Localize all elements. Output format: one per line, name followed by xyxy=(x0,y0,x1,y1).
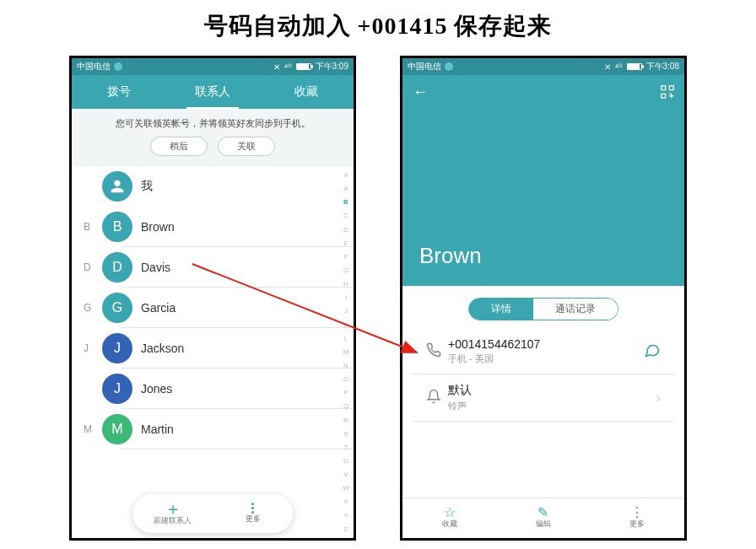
segment-call-log[interactable]: 通话记录 xyxy=(533,299,618,320)
alpha-letter[interactable]: B xyxy=(340,198,352,206)
bottom-edit-label: 编辑 xyxy=(536,519,551,530)
screen-contacts: 中国电信 ✕ ⁴ᴳ 下午3:09 拨号 联系人 收藏 您可关联领英帐号，并将领英… xyxy=(69,56,356,541)
bottom-favorite-button[interactable]: ☆ 收藏 xyxy=(402,498,496,538)
segment-control: 详情 通话记录 xyxy=(402,286,684,329)
svg-rect-0 xyxy=(662,86,666,90)
bottom-more-label: 更多 xyxy=(629,519,645,530)
globe-icon xyxy=(445,62,453,71)
phone-number: +0014154462107 xyxy=(448,337,644,351)
tab-dial[interactable]: 拨号 xyxy=(72,75,165,109)
svg-rect-1 xyxy=(669,86,673,90)
alpha-letter[interactable]: X xyxy=(340,498,352,505)
message-icon[interactable] xyxy=(644,342,661,362)
chevron-right-icon: › xyxy=(656,390,661,406)
bottom-favorite-label: 收藏 xyxy=(442,519,457,530)
section-letter: J xyxy=(84,342,102,354)
status-bar: 中国电信 ✕ ⁴ᴳ 下午3:09 xyxy=(72,58,354,75)
phone-row[interactable]: +0014154462107 手机 - 美国 xyxy=(413,329,674,374)
back-icon[interactable]: ← xyxy=(413,83,428,101)
status-bar: 中国电信 ✕ ⁴ᴳ 下午3:08 xyxy=(402,58,684,75)
alpha-letter[interactable]: L xyxy=(340,335,352,342)
list-item[interactable]: JJJackson xyxy=(72,328,354,369)
banner-later-button[interactable]: 稍后 xyxy=(150,137,208,156)
list-item[interactable]: BBBrown xyxy=(72,207,354,247)
more-label: 更多 xyxy=(246,514,261,525)
alpha-index[interactable]: #ABCDEFGHIJKLMNOPQRSTUVWXYZ xyxy=(340,171,352,533)
battery-icon xyxy=(296,63,311,70)
alpha-letter[interactable]: K xyxy=(340,321,352,329)
carrier-label: 中国电信 xyxy=(408,61,441,73)
page-heading: 号码自动加入 +001415 保存起来 xyxy=(0,0,756,56)
linkedin-banner: 您可关联领英帐号，并将领英好友同步到手机。 稍后 关联 xyxy=(72,109,354,166)
mute-icon: ✕ xyxy=(604,62,611,72)
status-time: 下午3:08 xyxy=(646,61,679,73)
bottom-bar: ☆ 收藏 ✎ 编辑 ⋮ 更多 xyxy=(402,498,684,538)
alpha-letter[interactable]: M xyxy=(340,348,352,356)
contact-name: Jackson xyxy=(141,342,345,355)
alpha-letter[interactable]: C xyxy=(340,212,352,219)
contact-name: Davis xyxy=(141,261,345,274)
avatar-icon xyxy=(102,171,132,202)
section-letter: B xyxy=(84,221,102,233)
alpha-letter[interactable]: # xyxy=(340,171,352,179)
bottom-edit-button[interactable]: ✎ 编辑 xyxy=(496,498,590,538)
alpha-letter[interactable]: O xyxy=(340,375,352,383)
contact-name: 我 xyxy=(141,179,345,194)
svg-rect-2 xyxy=(662,94,666,98)
tab-favorites[interactable]: 收藏 xyxy=(260,75,354,109)
new-contact-label: 新建联系人 xyxy=(154,515,192,526)
list-item[interactable]: MMMartin xyxy=(72,409,354,449)
alpha-letter[interactable]: P xyxy=(340,389,352,396)
bell-icon xyxy=(426,389,448,407)
alpha-letter[interactable]: Z xyxy=(340,525,352,533)
alpha-letter[interactable]: I xyxy=(340,293,352,301)
contact-name: Garcia xyxy=(141,301,345,315)
alpha-letter[interactable]: R xyxy=(340,417,352,424)
list-item[interactable]: 我 xyxy=(72,166,354,207)
list-item[interactable]: JJones xyxy=(72,369,354,409)
tab-contacts[interactable]: 联系人 xyxy=(165,75,259,109)
list-item[interactable]: DDDavis xyxy=(72,247,354,288)
qr-icon[interactable] xyxy=(661,85,674,99)
alpha-letter[interactable]: D xyxy=(340,226,352,234)
alpha-letter[interactable]: E xyxy=(340,240,352,247)
alpha-letter[interactable]: G xyxy=(340,266,352,274)
list-item[interactable]: GGGarcia xyxy=(72,288,354,328)
ringtone-title: 默认 xyxy=(448,383,656,398)
alpha-letter[interactable]: F xyxy=(340,253,352,261)
alpha-letter[interactable]: H xyxy=(340,280,352,288)
more-button[interactable]: 更多 xyxy=(213,494,293,533)
star-icon: ☆ xyxy=(444,507,456,519)
alpha-letter[interactable]: T xyxy=(340,444,352,451)
segment-details[interactable]: 详情 xyxy=(469,299,533,320)
alpha-letter[interactable]: N xyxy=(340,362,352,369)
banner-text: 您可关联领英帐号，并将领英好友同步到手机。 xyxy=(82,117,343,130)
bottom-more-button[interactable]: ⋮ 更多 xyxy=(591,498,684,538)
mute-icon: ✕ xyxy=(273,62,280,72)
alpha-letter[interactable]: J xyxy=(340,307,352,315)
phone-icon xyxy=(426,342,448,361)
avatar-icon: J xyxy=(102,374,132,404)
alpha-letter[interactable]: U xyxy=(340,457,352,465)
banner-link-button[interactable]: 关联 xyxy=(218,137,275,156)
signal-icon: ⁴ᴳ xyxy=(284,62,292,72)
alpha-letter[interactable]: Q xyxy=(340,402,352,410)
contacts-list[interactable]: 我 BBBrownDDDavisGGGarciaJJJacksonJJonesM… xyxy=(72,166,354,538)
ringtone-row[interactable]: 默认 铃声 › xyxy=(413,374,674,422)
avatar-icon: B xyxy=(102,212,132,242)
section-letter: M xyxy=(84,423,102,435)
pencil-icon: ✎ xyxy=(537,507,548,519)
alpha-letter[interactable]: W xyxy=(340,484,352,492)
carrier-label: 中国电信 xyxy=(77,61,111,73)
battery-icon xyxy=(627,63,642,70)
new-contact-button[interactable]: ＋ 新建联系人 xyxy=(132,494,213,533)
floating-action-bar: ＋ 新建联系人 更多 xyxy=(132,494,293,533)
alpha-letter[interactable]: Y xyxy=(340,512,352,519)
alpha-letter[interactable]: V xyxy=(340,471,352,478)
alpha-letter[interactable]: S xyxy=(340,430,352,438)
contact-name: Brown xyxy=(141,220,345,234)
alpha-letter[interactable]: A xyxy=(340,185,352,192)
avatar-icon: J xyxy=(102,333,132,363)
avatar-icon: G xyxy=(102,293,132,323)
globe-icon xyxy=(114,62,122,71)
